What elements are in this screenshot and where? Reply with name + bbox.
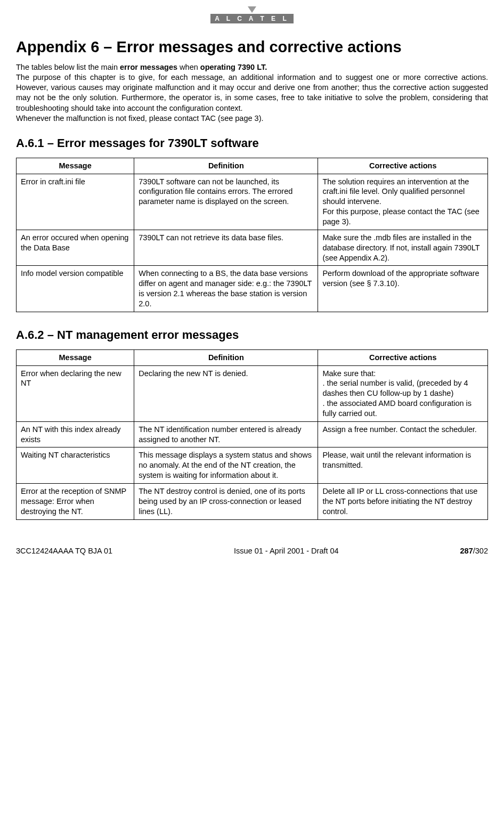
table-row: Error when declaring the new NT Declarin… (17, 365, 488, 421)
cell-message: An error occured when opening the Data B… (17, 230, 134, 266)
intro-para3: Whenever the malfunction is not fixed, p… (16, 114, 264, 123)
cell-definition: Declaring the new NT is denied. (134, 365, 318, 421)
cell-actions: Perform download of the appropriate soft… (318, 266, 488, 312)
footer-issue: Issue 01 - April 2001 - Draft 04 (234, 547, 339, 555)
intro-bold-2: operating 7390 LT. (200, 63, 267, 71)
footer-doc-id: 3CC12424AAAA TQ BJA 01 (16, 547, 112, 555)
page-footer: 3CC12424AAAA TQ BJA 01 Issue 01 - April … (16, 547, 488, 555)
logo-triangle-icon (248, 6, 256, 13)
col-header-message: Message (17, 349, 134, 365)
cell-definition: The NT identification number entered is … (134, 421, 318, 447)
error-table-1: Message Definition Corrective actions Er… (16, 158, 488, 312)
cell-definition: The NT destroy control is denied, one of… (134, 484, 318, 520)
cell-actions: Delete all IP or LL cross-connections th… (318, 484, 488, 520)
cell-actions: Please, wait until the relevant informat… (318, 447, 488, 484)
col-header-actions: Corrective actions (318, 349, 488, 365)
section-heading-1: A.6.1 – Error messages for 7390LT softwa… (16, 136, 488, 150)
table-row: An error occured when opening the Data B… (17, 230, 488, 266)
brand-logo: A L C A T E L (210, 6, 293, 23)
cell-definition: This message displays a system status an… (134, 447, 318, 484)
table-header-row: Message Definition Corrective actions (17, 349, 488, 365)
table-row: Waiting NT characteristics This message … (17, 447, 488, 484)
intro-bold-1: error messages (120, 63, 177, 71)
cell-actions: Make sure the .mdb files are installed i… (318, 230, 488, 266)
intro-para2: The purpose of this chapter is to give, … (16, 73, 488, 112)
table-row: Error at the reception of SNMP message: … (17, 484, 488, 520)
page-title: Appendix 6 – Error messages and correcti… (16, 38, 488, 56)
cell-message: Error in craft.ini file (17, 174, 134, 230)
table-header-row: Message Definition Corrective actions (17, 158, 488, 174)
cell-message: Waiting NT characteristics (17, 447, 134, 484)
cell-message: Info model version compatible (17, 266, 134, 312)
footer-page-number: 287/302 (460, 547, 488, 555)
page-current: 287 (460, 547, 473, 555)
table-row: An NT with this index already exists The… (17, 421, 488, 447)
intro-paragraph: The tables below list the main error mes… (16, 62, 488, 124)
cell-message: An NT with this index already exists (17, 421, 134, 447)
col-header-message: Message (17, 158, 134, 174)
section-heading-2: A.6.2 – NT management error messages (16, 328, 488, 342)
intro-text: The tables below list the main (16, 63, 120, 71)
cell-actions: Make sure that:. the serial number is va… (318, 365, 488, 421)
error-table-2: Message Definition Corrective actions Er… (16, 349, 488, 520)
page-total: /302 (473, 547, 488, 555)
col-header-actions: Corrective actions (318, 158, 488, 174)
col-header-definition: Definition (134, 158, 318, 174)
table-row: Info model version compatible When conne… (17, 266, 488, 312)
intro-text: when (177, 63, 200, 71)
cell-actions: Assign a free number. Contact the schedu… (318, 421, 488, 447)
table-row: Error in craft.ini file 7390LT software … (17, 174, 488, 230)
cell-definition: 7390LT can not retrieve its data base fi… (134, 230, 318, 266)
logo-area: A L C A T E L (16, 6, 488, 23)
cell-message: Error at the reception of SNMP message: … (17, 484, 134, 520)
cell-definition: 7390LT software can not be launched, its… (134, 174, 318, 230)
col-header-definition: Definition (134, 349, 318, 365)
logo-text: A L C A T E L (210, 14, 293, 23)
cell-message: Error when declaring the new NT (17, 365, 134, 421)
cell-actions: The solution requires an intervention at… (318, 174, 488, 230)
cell-definition: When connecting to a BS, the data base v… (134, 266, 318, 312)
